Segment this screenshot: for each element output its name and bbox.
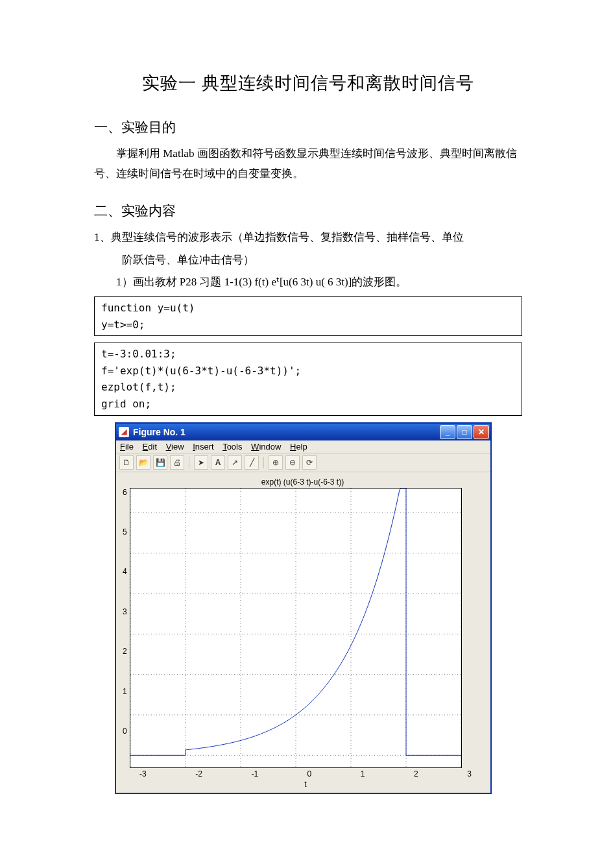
pointer-icon[interactable]: ➤ xyxy=(194,455,208,470)
code-block-1: function y=u(t) y=t>=0; xyxy=(94,296,522,336)
code-block-2: t=-3:0.01:3; f='exp(t)*(u(6-3*t)-u(-6-3*… xyxy=(94,343,522,415)
zoom-out-icon[interactable]: ⊖ xyxy=(285,455,300,470)
plot-area: exp(t) (u(6-3 t)-u(-6-3 t)) 6 5 4 3 2 1 … xyxy=(116,472,490,793)
window-title: Figure No. 1 xyxy=(133,427,186,437)
arrow-icon[interactable]: ↗ xyxy=(228,455,242,470)
menu-help[interactable]: Help xyxy=(290,442,307,452)
minimize-button[interactable]: _ xyxy=(440,425,455,439)
xtick-neg1: -1 xyxy=(251,769,258,778)
print-icon[interactable]: 🖨 xyxy=(170,455,184,470)
line-icon[interactable]: ╱ xyxy=(245,455,259,470)
new-file-icon[interactable]: 🗋 xyxy=(119,455,134,470)
matlab-app-icon: ◢ xyxy=(119,427,129,437)
zoom-in-icon[interactable]: ⊕ xyxy=(269,455,283,470)
menu-window[interactable]: Window xyxy=(251,442,281,452)
open-icon[interactable]: 📂 xyxy=(136,455,150,470)
ytick-3: 3 xyxy=(123,607,127,616)
xtick-neg3: -3 xyxy=(139,769,147,778)
item-1-line2-text: 阶跃信号、单位冲击信号） xyxy=(122,254,254,266)
x-axis-label: t xyxy=(139,780,472,789)
toolbar-separator-2 xyxy=(263,457,264,468)
maximize-button[interactable]: □ xyxy=(457,425,472,439)
close-button[interactable]: ✕ xyxy=(474,425,489,439)
toolbar-separator-1 xyxy=(189,457,189,468)
section-2-heading: 二、实验内容 xyxy=(94,202,522,220)
menu-file[interactable]: File xyxy=(120,442,134,452)
window-titlebar[interactable]: ◢ Figure No. 1 _ □ ✕ xyxy=(116,424,490,440)
menu-edit[interactable]: Edit xyxy=(143,442,157,452)
rotate-icon[interactable]: ⟳ xyxy=(302,455,317,470)
ytick-4: 4 xyxy=(123,567,127,576)
ytick-6: 6 xyxy=(123,488,127,497)
menu-tools[interactable]: Tools xyxy=(222,442,242,452)
menu-bar[interactable]: File Edit View Insert Tools Window Help xyxy=(116,440,490,453)
x-axis-ticks: -3 -2 -1 0 1 2 3 xyxy=(139,768,472,778)
subitem-1: 1）画出教材 P28 习题 1-1(3) f(t) eᵗ[u(6 3t) u( … xyxy=(94,272,522,293)
xtick-neg2: -2 xyxy=(195,769,202,778)
xtick-0: 0 xyxy=(307,769,312,778)
toolbar: 🗋 📂 💾 🖨 ➤ A ↗ ╱ ⊕ ⊖ ⟳ xyxy=(116,453,490,472)
plot-canvas[interactable] xyxy=(130,488,462,768)
item-1-line2: 阶跃信号、单位冲击信号） xyxy=(94,250,522,271)
xtick-2: 2 xyxy=(414,769,418,778)
text-a-icon[interactable]: A xyxy=(211,455,225,470)
section-1-para: 掌握利用 Matlab 画图函数和符号函数显示典型连续时间信号波形、典型时间离散… xyxy=(94,144,522,184)
ytick-2: 2 xyxy=(123,647,127,656)
matlab-figure-window: ◢ Figure No. 1 _ □ ✕ File Edit View Inse… xyxy=(115,422,492,794)
ytick-1: 1 xyxy=(123,687,127,696)
document-title: 实验一 典型连续时间信号和离散时间信号 xyxy=(94,71,522,95)
y-axis-ticks: 6 5 4 3 2 1 0 xyxy=(123,488,130,767)
save-icon[interactable]: 💾 xyxy=(153,455,167,470)
section-1-heading: 一、实验目的 xyxy=(94,118,522,136)
item-1-line1: 1、典型连续信号的波形表示（单边指数信号、复指数信号、抽样信号、单位 xyxy=(94,228,522,248)
ytick-5: 5 xyxy=(123,527,127,536)
menu-insert[interactable]: Insert xyxy=(193,442,214,452)
menu-view[interactable]: View xyxy=(166,442,184,452)
plot-title: exp(t) (u(6-3 t)-u(-6-3 t)) xyxy=(123,477,483,487)
xtick-3: 3 xyxy=(467,769,472,778)
ytick-0: 0 xyxy=(123,727,127,736)
xtick-1: 1 xyxy=(361,769,365,778)
